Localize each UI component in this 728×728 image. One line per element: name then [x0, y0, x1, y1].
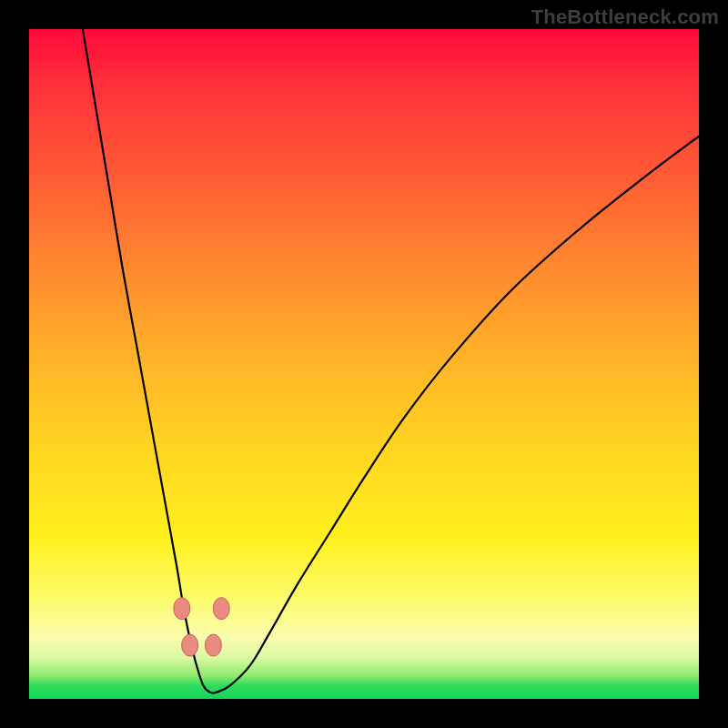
curve-layer — [29, 29, 699, 699]
curve-markers — [174, 598, 229, 656]
watermark-text: TheBottleneck.com — [531, 5, 719, 29]
bottleneck-curve — [83, 29, 699, 693]
plot-area — [29, 29, 699, 699]
curve-marker-0 — [174, 598, 190, 620]
curve-marker-1 — [213, 598, 229, 620]
chart-frame: TheBottleneck.com — [0, 0, 728, 728]
curve-marker-3 — [205, 634, 221, 656]
curve-marker-2 — [182, 634, 198, 656]
